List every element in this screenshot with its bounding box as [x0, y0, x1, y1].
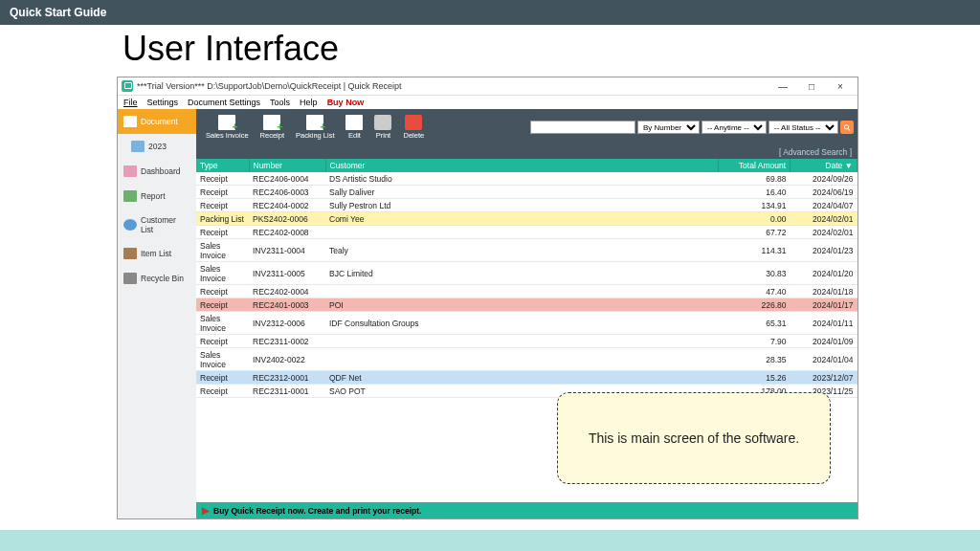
col-number[interactable]: Number: [249, 159, 325, 172]
cell-num: REC2402-0008: [249, 226, 325, 239]
cell-amt: 114.31: [719, 239, 791, 262]
cell-date: 2024/02/01: [791, 226, 858, 239]
dashboard-icon: [123, 165, 137, 177]
table-row[interactable]: ReceiptREC2312-0001QDF Net15.262023/12/0…: [196, 371, 858, 385]
cell-cust: [325, 348, 719, 371]
cell-type: Receipt: [196, 335, 249, 348]
cell-cust: DS Artistic Studio: [325, 172, 719, 186]
sidebar-item-recycle-bin[interactable]: Recycle Bin: [118, 266, 196, 291]
col-amount[interactable]: Total Amount: [719, 159, 791, 172]
cell-amt: 7.90: [719, 335, 791, 348]
table-row[interactable]: Sales InvoiceINV2311-0004Tealy114.312024…: [196, 239, 858, 262]
document-table: Type Number Customer Total Amount Date ▼…: [196, 159, 858, 398]
sidebar-item-2023[interactable]: 2023: [118, 134, 196, 159]
menu-buy-now[interactable]: Buy Now: [327, 98, 365, 107]
cell-cust: [325, 335, 719, 348]
edit-button[interactable]: Edit: [340, 113, 368, 142]
sidebar-label: Report: [141, 191, 166, 201]
folder-open-icon: [123, 116, 137, 127]
document-plus-icon: [306, 115, 323, 130]
maximize-button[interactable]: □: [798, 79, 825, 93]
cell-date: 2024/01/04: [791, 348, 858, 371]
close-button[interactable]: ×: [827, 79, 854, 93]
cell-cust: [325, 285, 719, 298]
table-row[interactable]: Sales InvoiceINV2312-0006IDF Consultatio…: [196, 312, 858, 335]
titlebar-text: ***Trial Version*** D:\SupportJob\Demo\Q…: [137, 81, 769, 91]
menu-file[interactable]: File: [123, 98, 138, 107]
table-row[interactable]: Sales InvoiceINV2402-002228.352024/01/04: [196, 348, 858, 371]
advanced-search-link[interactable]: [ Advanced Search ]: [196, 145, 858, 159]
cell-type: Receipt: [196, 371, 249, 385]
cell-num: REC2312-0001: [249, 371, 325, 385]
filter-anytime[interactable]: -- Anytime --: [702, 121, 767, 134]
col-customer[interactable]: Customer: [325, 159, 719, 172]
table-row[interactable]: ReceiptREC2406-0003Sally Daliver16.40202…: [196, 186, 858, 199]
filter-status[interactable]: -- All Status --: [768, 121, 838, 134]
cell-amt: 47.40: [719, 285, 791, 298]
callout-text: This is main screen of the software.: [589, 430, 799, 446]
table-row[interactable]: Sales InvoiceINV2311-0005BJC Limited30.8…: [196, 262, 858, 285]
document-plus-icon: [218, 115, 235, 130]
cell-num: REC2401-0003: [249, 298, 325, 312]
delete-button[interactable]: Delete: [397, 113, 430, 142]
trash-icon: [123, 273, 137, 284]
callout-box: This is main screen of the software.: [557, 392, 831, 484]
col-type[interactable]: Type: [196, 159, 249, 172]
customer-icon: [123, 219, 137, 231]
sidebar-label: Recycle Bin: [141, 274, 184, 283]
sidebar-item-document[interactable]: Document: [118, 109, 196, 134]
table-row[interactable]: ReceiptREC2401-0003POI226.802024/01/17: [196, 298, 858, 312]
tbtn-label: Receipt: [260, 131, 284, 140]
table-row[interactable]: ReceiptREC2404-0002Sully Pestron Ltd134.…: [196, 199, 858, 212]
cell-type: Receipt: [196, 186, 249, 199]
cell-type: Receipt: [196, 285, 249, 298]
menu-tools[interactable]: Tools: [270, 98, 290, 107]
cell-num: PKS2402-0006: [249, 212, 325, 226]
table-row[interactable]: ReceiptREC2311-00027.902024/01/09: [196, 335, 858, 348]
cell-amt: 28.35: [719, 348, 791, 371]
cell-amt: 0.00: [719, 212, 791, 226]
cell-cust: POI: [325, 298, 719, 312]
cell-amt: 15.26: [719, 371, 791, 385]
cell-amt: 67.72: [719, 226, 791, 239]
cell-num: REC2404-0002: [249, 199, 325, 212]
footer-bar[interactable]: ▶ Buy Quick Receipt now. Create and prin…: [196, 502, 858, 518]
search-input[interactable]: [530, 121, 635, 134]
sidebar-item-customer-list[interactable]: Customer List: [118, 209, 196, 241]
sidebar-item-report[interactable]: Report: [118, 184, 196, 209]
cell-cust: Sully Pestron Ltd: [325, 199, 719, 212]
cell-date: 2024/01/17: [791, 298, 858, 312]
table-header-row: Type Number Customer Total Amount Date ▼: [196, 159, 858, 172]
new-receipt-button[interactable]: Receipt: [255, 113, 290, 142]
sidebar-item-dashboard[interactable]: Dashboard: [118, 159, 196, 184]
menu-help[interactable]: Help: [300, 98, 318, 107]
col-date[interactable]: Date ▼: [791, 159, 858, 172]
print-button[interactable]: Print: [368, 113, 397, 142]
minimize-button[interactable]: —: [769, 79, 796, 93]
print-icon: [374, 115, 391, 130]
cell-amt: 69.88: [719, 172, 791, 186]
play-icon: ▶: [202, 505, 210, 516]
cell-date: 2023/12/07: [791, 371, 858, 385]
cell-date: 2024/01/20: [791, 262, 858, 285]
table-row[interactable]: ReceiptREC2406-0004DS Artistic Studio69.…: [196, 172, 858, 186]
cell-num: INV2311-0004: [249, 239, 325, 262]
search-button[interactable]: [840, 121, 854, 134]
menu-settings[interactable]: Settings: [147, 98, 179, 107]
window-controls: — □ ×: [769, 79, 854, 93]
table-row[interactable]: ReceiptREC2402-000867.722024/02/01: [196, 226, 858, 239]
cell-date: 2024/01/23: [791, 239, 858, 262]
app-icon: [122, 80, 133, 92]
menu-document-settings[interactable]: Document Settings: [188, 98, 260, 107]
new-packing-list-button[interactable]: Packing List: [290, 113, 340, 142]
tbtn-label: Print: [376, 131, 390, 140]
sidebar-label: Document: [141, 117, 178, 126]
new-sales-invoice-button[interactable]: Sales Invoice: [200, 113, 255, 142]
filter-by-number[interactable]: By Number: [637, 121, 700, 134]
sidebar-item-item-list[interactable]: Item List: [118, 241, 196, 266]
tbtn-label: Delete: [403, 131, 424, 140]
table-row[interactable]: ReceiptREC2402-000447.402024/01/18: [196, 285, 858, 298]
cell-num: REC2406-0003: [249, 186, 325, 199]
cell-type: Sales Invoice: [196, 239, 249, 262]
table-row[interactable]: Packing ListPKS2402-0006Comi Yee0.002024…: [196, 212, 858, 226]
